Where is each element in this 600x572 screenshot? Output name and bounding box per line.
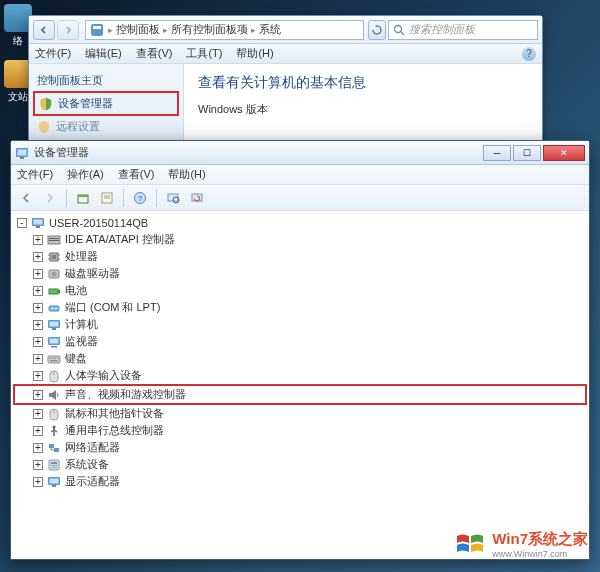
tree-node-label: 声音、视频和游戏控制器: [65, 387, 186, 402]
menu-edit[interactable]: 编辑(E): [85, 46, 122, 61]
expand-icon[interactable]: +: [33, 390, 43, 400]
sidebar-item-remote[interactable]: 远程设置: [33, 116, 179, 137]
help-icon[interactable]: ?: [522, 47, 536, 61]
back-button[interactable]: [33, 20, 55, 40]
dm-toolbar: ?: [11, 185, 589, 211]
tree-root[interactable]: - USER-20150114QB: [13, 215, 587, 231]
tree-node-network[interactable]: +网络适配器: [13, 439, 587, 456]
forward-button[interactable]: [57, 20, 79, 40]
device-tree[interactable]: - USER-20150114QB +IDE ATA/ATAPI 控制器+处理器…: [11, 211, 589, 559]
tb-forward-button[interactable]: [39, 188, 61, 208]
tree-node-sound[interactable]: +声音、视频和游戏控制器: [13, 384, 587, 405]
tree-node-system[interactable]: +系统设备: [13, 456, 587, 473]
menu-tools[interactable]: 工具(T): [186, 46, 222, 61]
address-bar[interactable]: ▸ 控制面板 ▸ 所有控制面板项 ▸ 系统: [85, 20, 364, 40]
keyboard-icon: [47, 352, 61, 366]
menu-file[interactable]: 文件(F): [35, 46, 71, 61]
breadcrumb-segment[interactable]: 系统: [256, 22, 284, 37]
tb-help-button[interactable]: ?: [129, 188, 151, 208]
dm-titlebar[interactable]: 设备管理器 ─ ☐ ✕: [11, 141, 589, 165]
tree-node-hid[interactable]: +人体学输入设备: [13, 367, 587, 384]
search-input[interactable]: 搜索控制面板: [388, 20, 538, 40]
expand-icon[interactable]: +: [33, 337, 43, 347]
tree-node-disk[interactable]: +磁盘驱动器: [13, 265, 587, 282]
sidebar-item-home[interactable]: 控制面板主页: [33, 70, 179, 91]
tree-node-usb[interactable]: +通用串行总线控制器: [13, 422, 587, 439]
breadcrumb-segment[interactable]: 所有控制面板项: [168, 22, 251, 37]
tree-node-cpu[interactable]: +处理器: [13, 248, 587, 265]
window-title: 设备管理器: [34, 145, 481, 160]
cp-content: 查看有关计算机的基本信息 Windows 版本: [184, 64, 542, 144]
menu-view[interactable]: 查看(V): [118, 167, 155, 182]
menu-action[interactable]: 操作(A): [67, 167, 104, 182]
expand-icon[interactable]: +: [33, 354, 43, 364]
expand-icon[interactable]: +: [33, 460, 43, 470]
menu-help[interactable]: 帮助(H): [236, 46, 273, 61]
close-button[interactable]: ✕: [543, 145, 585, 161]
shield-icon: [39, 97, 53, 111]
menu-file[interactable]: 文件(F): [17, 167, 53, 182]
tree-node-label: 电池: [65, 283, 87, 298]
minimize-button[interactable]: ─: [483, 145, 511, 161]
device-manager-icon: [15, 146, 29, 160]
page-title: 查看有关计算机的基本信息: [198, 74, 528, 92]
svg-rect-6: [20, 157, 24, 159]
tree-node-mouse[interactable]: +鼠标和其他指针设备: [13, 405, 587, 422]
watermark-url: www.Winwin7.com: [492, 549, 588, 559]
tree-node-monitor[interactable]: +监视器: [13, 333, 587, 350]
expand-icon[interactable]: +: [33, 320, 43, 330]
sidebar-item-device-manager[interactable]: 设备管理器: [33, 91, 179, 116]
svg-rect-0: [91, 24, 103, 36]
expand-icon[interactable]: +: [33, 477, 43, 487]
expand-icon[interactable]: +: [33, 286, 43, 296]
menu-view[interactable]: 查看(V): [136, 46, 173, 61]
port-icon: [47, 301, 61, 315]
expand-icon[interactable]: +: [33, 371, 43, 381]
tree-node-label: 磁盘驱动器: [65, 266, 120, 281]
maximize-button[interactable]: ☐: [513, 145, 541, 161]
svg-rect-16: [192, 194, 202, 201]
hid-icon: [47, 369, 61, 383]
expand-icon[interactable]: +: [33, 409, 43, 419]
watermark: Win7系统之家 www.Winwin7.com: [454, 528, 588, 560]
tree-node-display[interactable]: +显示适配器: [13, 473, 587, 490]
refresh-button[interactable]: [368, 20, 386, 40]
tree-node-ide[interactable]: +IDE ATA/ATAPI 控制器: [13, 231, 587, 248]
expand-icon[interactable]: +: [33, 252, 43, 262]
breadcrumb-segment[interactable]: 控制面板: [113, 22, 163, 37]
tree-node-computer[interactable]: +计算机: [13, 316, 587, 333]
tb-up-button[interactable]: [72, 188, 94, 208]
system-icon: [47, 458, 61, 472]
tree-node-battery[interactable]: +电池: [13, 282, 587, 299]
svg-rect-19: [36, 226, 40, 228]
tree-node-label: 端口 (COM 和 LPT): [65, 300, 160, 315]
device-manager-window: 设备管理器 ─ ☐ ✕ 文件(F) 操作(A) 查看(V) 帮助(H) ? - …: [10, 140, 590, 560]
tb-scan-button[interactable]: [162, 188, 184, 208]
tree-root-label: USER-20150114QB: [49, 217, 148, 229]
computer-icon: [31, 216, 45, 230]
tb-properties-button[interactable]: [96, 188, 118, 208]
cpu-icon: [47, 250, 61, 264]
tb-back-button[interactable]: [15, 188, 37, 208]
collapse-icon[interactable]: -: [17, 218, 27, 228]
control-panel-window: ▸ 控制面板 ▸ 所有控制面板项 ▸ 系统 搜索控制面板 文件(F) 编辑(E)…: [28, 15, 543, 145]
computer-icon: [47, 318, 61, 332]
watermark-title: Win7系统之家: [492, 530, 588, 549]
svg-rect-5: [18, 149, 27, 155]
expand-icon[interactable]: +: [33, 426, 43, 436]
tb-refresh-button[interactable]: [186, 188, 208, 208]
tree-node-port[interactable]: +端口 (COM 和 LPT): [13, 299, 587, 316]
toolbar-separator: [123, 189, 124, 207]
mouse-icon: [47, 407, 61, 421]
sidebar-item-label: 设备管理器: [58, 96, 113, 111]
tree-node-label: 鼠标和其他指针设备: [65, 406, 164, 421]
expand-icon[interactable]: +: [33, 235, 43, 245]
tree-node-keyboard[interactable]: +键盘: [13, 350, 587, 367]
expand-icon[interactable]: +: [33, 443, 43, 453]
menu-help[interactable]: 帮助(H): [168, 167, 205, 182]
network-icon: [47, 441, 61, 455]
tree-node-label: 计算机: [65, 317, 98, 332]
sidebar-item-label: 远程设置: [56, 119, 100, 134]
expand-icon[interactable]: +: [33, 303, 43, 313]
expand-icon[interactable]: +: [33, 269, 43, 279]
